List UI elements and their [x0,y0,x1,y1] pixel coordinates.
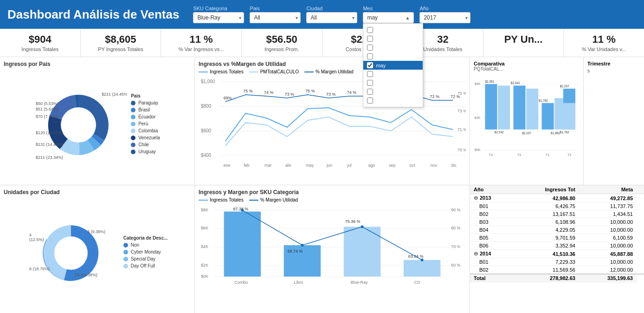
mes-select-display[interactable]: may ▲ [363,12,414,23]
expand-2014[interactable]: ⊖ [474,251,478,256]
legend-sku-margen: % Margen Utilidad [249,197,298,202]
y-label-1000: $1,000 [201,79,215,84]
table-row-2013-b04: B04 4,229.05 10,000.00 [470,226,644,234]
val-t1-bot: $1,882 [551,131,560,135]
mes-checkbox-feb[interactable] [367,36,373,42]
ciudad-select[interactable]: All [306,12,357,23]
sub-b05-2013: B05 [470,234,513,242]
filters-bar: SKU Categoria Blue-Ray Pais All Ciudad [193,6,470,23]
legend-dot-ecuador [131,115,135,119]
expand-2013[interactable]: ⊖ [474,195,478,201]
x-t2: T2 [567,153,572,157]
mes-item-jun[interactable]: jun [363,70,423,78]
rev-2014: 41,510.36 [513,250,579,258]
pais-select[interactable]: All [250,12,301,23]
legend-dot-peru [131,122,135,126]
unidades-ciudad-chart-container: 3 (9.38%) 4 (12.5%) 6 (18.75%) 19 (59.38… [4,197,191,308]
table-row-2013-b02: B02 13,167.51 1,434.51 [470,210,644,218]
ciudad-select-wrapper: All [306,12,357,23]
mes-item-mar[interactable]: mar [363,43,423,52]
col-revenue: Ingresos Tot [513,185,579,194]
legend-chile: Chile [131,142,160,147]
mes-item-ago[interactable]: ago [363,87,423,96]
mes-checkbox-jun[interactable] [367,71,373,77]
pct-74: 74 % [264,90,273,95]
table-row-2014-b02: B02 11,569.56 12,000.00 [470,266,644,274]
mes-item-abr[interactable]: abr [363,52,423,61]
meta-b01-2013: 11,737.75 [579,202,637,210]
x-dic: dic [451,163,457,168]
legend-dot-uruguay [131,150,135,154]
legend-line-sku-m [249,200,258,201]
kpi-value-7: PY Un... [491,33,556,46]
bar-t3-bot [526,89,538,130]
legend-cyber: Cyber Monday [123,249,168,254]
kpi-var-ingresos: 11 % % Var Ingresos vs... [161,29,242,57]
mes-checkbox-abr[interactable] [367,53,373,59]
legend-dot-dayoff [123,264,128,268]
y2-90: 90 % [451,208,460,212]
mes-checkbox-ago[interactable] [367,89,373,95]
y2-70: 70 % [457,148,466,152]
comp-y-2k: $2K [475,116,481,120]
donut-label-4b: (12.5%) [29,237,44,242]
ingresos-pais-panel: Ingresos por Pais [0,57,194,185]
sku-line [242,210,422,260]
mes-item-sep[interactable]: sep [363,96,423,105]
mes-checkbox-mar[interactable] [367,45,373,51]
donut-label-paraguay: $221 (24.45%) [102,92,127,97]
x-jul: jul [347,163,352,168]
ingresos-margen-panel: Ingresos vs %Margen de Utilidad Ingresos… [195,57,470,185]
sku-filter-group: SKU Categoria Blue-Ray [193,6,244,23]
sku-dot-4 [421,259,424,261]
table-row-2013: ⊖2013 42,986.80 49,272.85 [470,194,644,202]
x-t1: T1 [546,153,550,157]
bar-label-combo-pct: 87.38 % [233,207,248,211]
ano-label: Año [419,6,470,11]
kpi-label-2: PY Ingresos Totales [88,46,154,52]
sku-y-2k: $2K [201,263,208,267]
y2-80: 80 % [451,226,460,230]
ano-select-wrapper: 2017 [419,12,470,23]
val-t1-top: $1,782 [539,99,548,102]
kpi-py-unidades: PY Un... [483,29,564,57]
y2-71: 71 % [457,127,466,132]
mes-checkbox-ene[interactable] [367,27,373,33]
x-ene: ene [224,163,231,168]
donut-hole-2 [54,236,88,270]
sku-label: SKU Categoria [193,6,244,11]
x-bluray: Blue-Ray [351,280,368,285]
donut-label-120: $120 (13.27%) [36,130,63,135]
x-t4: T4 [489,153,493,157]
meta-2014: 45,887.88 [579,250,637,258]
comparativa-panel: Comparativa PQTotalCAL... $4K $2K $0K [470,57,584,185]
mes-checkbox-sep[interactable] [367,98,373,104]
bar-cd [404,260,440,277]
sub-b01-2013: B01 [470,202,513,210]
mes-item-ene[interactable]: ene [363,26,423,34]
legend-ecuador: Ecuador [131,114,160,119]
unidades-legend: Categoria de Desc... Non Cyber Monday Sp… [123,235,168,270]
legend-brasil: Brasil [131,107,160,112]
mes-checkbox-jul[interactable] [367,80,373,86]
total-meta: 335,199.63 [579,274,637,282]
table-total-row: Total 278,982.63 335,199.63 [470,274,644,282]
ingresos-margen-title: Ingresos vs %Margen de Utilidad [199,61,466,67]
kpi-label-3: % Var Ingresos vs... [168,46,234,52]
ano-select[interactable]: 2017 [419,12,470,23]
mes-checkbox-may[interactable] [367,62,373,68]
line-pm [225,117,453,146]
data-table-scroll[interactable]: Año Ingresos Tot Meta ⊖2013 42,986.80 49… [470,185,644,302]
table-panel: Año Ingresos Tot Meta ⊖2013 42,986.80 49… [470,185,644,313]
main-content: Ingresos por Pais [0,57,644,313]
mes-item-feb[interactable]: feb [363,34,423,43]
sku-select[interactable]: Blue-Ray [193,12,244,23]
mes-value: may [367,14,405,21]
rev-b02-2013: 13,167.51 [513,210,579,218]
x-abr: abr [285,163,291,168]
mes-item-may[interactable]: may [363,61,423,70]
x-nov: nov [431,163,438,168]
mes-item-jul[interactable]: jul [363,78,423,87]
x-sep: sep [389,163,395,168]
sku-y-4k: $4K [201,244,208,249]
